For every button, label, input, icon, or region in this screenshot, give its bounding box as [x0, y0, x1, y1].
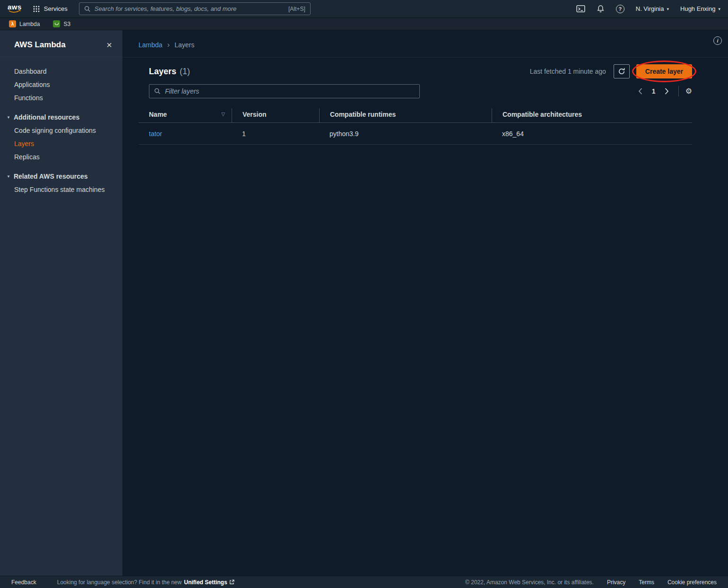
language-hint-text: Looking for language selection? Find it … [57, 579, 182, 586]
settings-gear-icon[interactable]: ⚙ [685, 87, 692, 95]
chevron-down-icon: ▾ [667, 7, 669, 11]
sidebar-item-applications[interactable]: Applications [0, 78, 122, 91]
breadcrumb-current: Layers [174, 41, 194, 49]
breadcrumb: Lambda › Layers [139, 41, 194, 49]
favorite-lambda-label: Lambda [19, 21, 40, 27]
section-heading-label: Additional resources [14, 113, 79, 121]
sort-icon[interactable]: ▽ [221, 112, 225, 117]
sidebar-item-code-signing[interactable]: Code signing configurations [0, 124, 122, 137]
sidebar-item-dashboard[interactable]: Dashboard [0, 65, 122, 78]
external-link-icon [229, 579, 234, 585]
layers-panel: Layers (1) Last fetched 1 minute ago Cre… [139, 63, 692, 145]
search-shortcut-hint: [Alt+S] [288, 6, 305, 12]
column-header-architectures: Compatible architectures [492, 108, 692, 122]
section-heading-label: Related AWS resources [14, 173, 88, 180]
terms-link[interactable]: Terms [639, 579, 654, 586]
toolbar-divider [678, 86, 679, 96]
cloudshell-button[interactable] [576, 5, 585, 13]
bell-icon [597, 5, 605, 13]
favorite-s3[interactable]: S3 [53, 20, 70, 27]
s3-service-icon [53, 20, 60, 27]
grid-icon [33, 6, 40, 12]
breadcrumb-chevron-icon: › [167, 42, 170, 48]
unified-settings-link[interactable]: Unified Settings [184, 579, 234, 586]
refresh-icon [618, 68, 625, 75]
language-hint: Looking for language selection? Find it … [57, 579, 234, 586]
services-menu-button[interactable]: Services [33, 5, 68, 12]
info-icon[interactable]: i [713, 36, 722, 45]
favorite-s3-label: S3 [63, 21, 70, 27]
filter-layers-input[interactable] [165, 87, 415, 95]
sidebar-item-functions[interactable]: Functions [0, 91, 122, 104]
aws-logo-text: aws [8, 4, 22, 10]
chevron-down-icon: ▾ [718, 7, 720, 11]
favorites-bar: λ Lambda S3 [0, 18, 728, 30]
global-search-input[interactable] [95, 5, 285, 12]
aws-logo[interactable]: aws [8, 4, 22, 14]
privacy-link[interactable]: Privacy [607, 579, 625, 586]
search-icon [154, 88, 161, 95]
table-header-row: Name ▽ Version Compatible runtimes Compa… [139, 108, 692, 123]
lambda-service-icon: λ [9, 20, 16, 27]
top-navigation: aws Services [Alt+S] [0, 0, 728, 18]
refresh-button[interactable] [614, 64, 630, 78]
next-page-button[interactable] [662, 86, 672, 97]
previous-page-button[interactable] [636, 86, 645, 97]
help-icon: ? [616, 5, 624, 13]
chevron-right-icon [665, 88, 669, 95]
account-label: Hugh Enxing [680, 5, 715, 12]
notifications-button[interactable] [597, 5, 605, 13]
filter-box [149, 84, 420, 98]
search-icon [84, 6, 91, 12]
section-expand-icon: ▼ [7, 174, 10, 179]
layer-runtimes-cell: python3.9 [319, 123, 492, 144]
content-divider [122, 57, 728, 58]
layer-name-link[interactable]: tator [139, 123, 232, 144]
cloudshell-terminal-icon [576, 5, 585, 13]
layers-table: Name ▽ Version Compatible runtimes Compa… [139, 108, 692, 145]
layers-count: (1) [180, 67, 190, 77]
sidebar-title: AWS Lambda [14, 40, 66, 50]
sidebar-section-additional-resources[interactable]: ▼ Additional resources [0, 111, 122, 124]
page-title: Layers [149, 67, 176, 77]
section-expand-icon: ▼ [7, 115, 10, 120]
breadcrumb-lambda-link[interactable]: Lambda [139, 41, 163, 49]
sidebar-item-layers[interactable]: Layers [0, 137, 122, 150]
copyright-text: © 2022, Amazon Web Services, Inc. or its… [465, 579, 594, 586]
region-label: N. Virginia [636, 5, 664, 12]
column-header-name[interactable]: Name ▽ [139, 108, 232, 122]
feedback-link[interactable]: Feedback [11, 579, 36, 586]
last-fetched-text: Last fetched 1 minute ago [530, 68, 606, 75]
aws-smile-icon [8, 10, 21, 14]
column-header-version: Version [232, 108, 319, 122]
layer-architectures-cell: x86_64 [492, 123, 692, 144]
favorite-lambda[interactable]: λ Lambda [9, 20, 40, 27]
page-number[interactable]: 1 [651, 87, 657, 95]
cookie-preferences-link[interactable]: Cookie preferences [667, 579, 717, 586]
chevron-left-icon [638, 88, 642, 95]
main-content: Lambda › Layers i Layers (1) Last fetche… [122, 30, 728, 576]
sidebar-section-related-resources[interactable]: ▼ Related AWS resources [0, 170, 122, 183]
region-selector[interactable]: N. Virginia ▾ [636, 5, 669, 12]
sidebar-item-step-functions[interactable]: Step Functions state machines [0, 183, 122, 196]
account-menu[interactable]: Hugh Enxing ▾ [680, 5, 720, 12]
global-search: [Alt+S] [79, 2, 311, 15]
table-row: tator 1 python3.9 x86_64 [139, 123, 692, 145]
services-label: Services [44, 5, 68, 12]
close-icon[interactable]: × [106, 42, 112, 48]
create-layer-button[interactable]: Create layer [636, 64, 692, 78]
sidebar-item-replicas[interactable]: Replicas [0, 150, 122, 164]
footer: Feedback Looking for language selection?… [0, 576, 728, 588]
sidebar: AWS Lambda × Dashboard Applications Func… [0, 30, 122, 576]
help-button[interactable]: ? [616, 5, 624, 13]
column-header-runtimes: Compatible runtimes [319, 108, 492, 122]
layer-version-cell: 1 [232, 123, 319, 144]
